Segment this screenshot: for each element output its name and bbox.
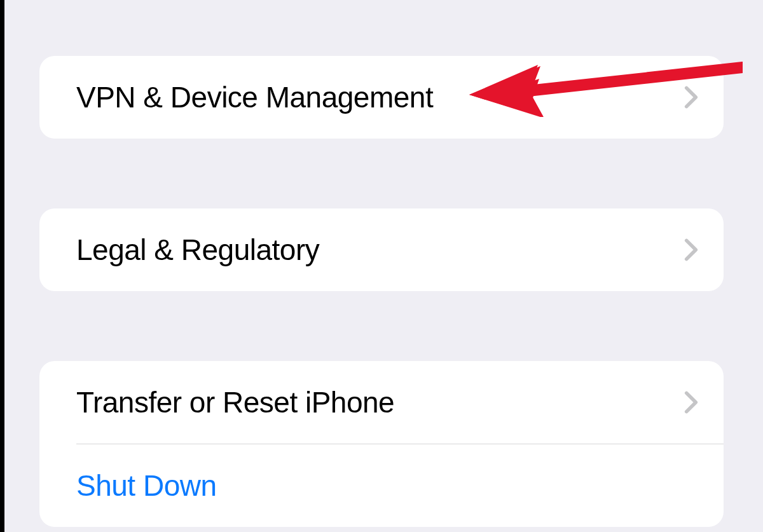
chevron-right-icon — [684, 85, 698, 109]
settings-group-legal: Legal & Regulatory — [39, 208, 724, 291]
row-vpn-device-management[interactable]: VPN & Device Management — [39, 56, 724, 139]
row-transfer-reset[interactable]: Transfer or Reset iPhone — [39, 361, 724, 444]
left-edge-bar — [0, 0, 4, 532]
chevron-right-icon — [684, 238, 698, 262]
row-legal-regulatory[interactable]: Legal & Regulatory — [39, 208, 724, 291]
settings-content: VPN & Device Management Legal & Regulato… — [0, 0, 763, 527]
row-shut-down[interactable]: Shut Down — [39, 444, 724, 527]
settings-group-reset: Transfer or Reset iPhone Shut Down — [39, 361, 724, 527]
row-label: Transfer or Reset iPhone — [76, 385, 394, 419]
settings-group-vpn: VPN & Device Management — [39, 56, 724, 139]
chevron-right-icon — [684, 390, 698, 414]
row-label: Shut Down — [76, 468, 217, 503]
row-label: Legal & Regulatory — [76, 233, 319, 267]
row-label: VPN & Device Management — [76, 80, 433, 114]
